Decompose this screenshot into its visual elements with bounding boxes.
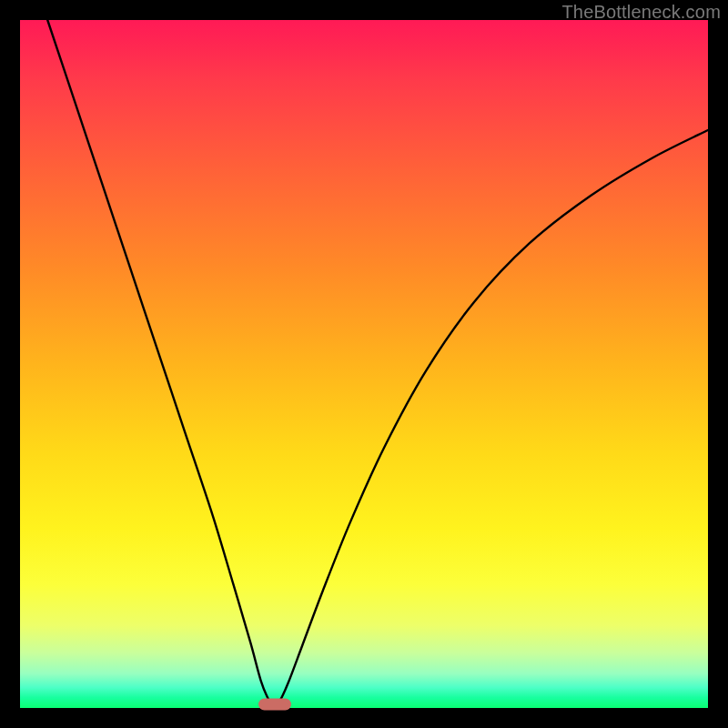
watermark-text: TheBottleneck.com [561, 2, 721, 23]
chart-area [20, 20, 708, 708]
optimal-marker [258, 699, 291, 711]
bottleneck-curve [20, 20, 708, 708]
